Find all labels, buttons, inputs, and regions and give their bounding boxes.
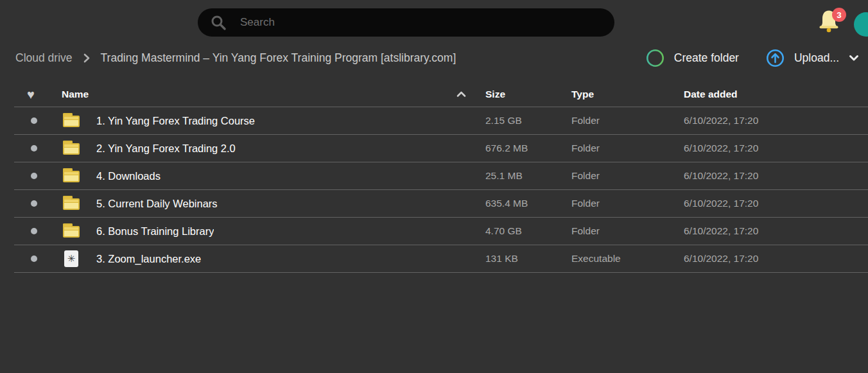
file-icon: ✳ xyxy=(63,112,80,129)
search-bar[interactable] xyxy=(198,8,614,37)
bullet-dot-icon xyxy=(31,200,37,207)
file-name[interactable]: 4. Downloads xyxy=(96,170,161,182)
file-type: Executable xyxy=(571,253,684,265)
create-folder-button[interactable]: Create folder xyxy=(646,49,739,67)
upload-circle-icon xyxy=(766,49,785,67)
file-name[interactable]: 1. Yin Yang Forex Trading Course xyxy=(96,115,255,127)
row-select-cell xyxy=(14,256,62,262)
file-icon: ✳ xyxy=(63,250,80,267)
bullet-dot-icon xyxy=(31,145,37,152)
row-select-cell xyxy=(14,145,62,152)
name-cell: ✳ 2. Yin Yang Forex Trading 2.0 xyxy=(62,140,485,157)
file-date: 6/10/2022, 17:20 xyxy=(684,198,868,209)
file-name[interactable]: 3. Zoom_launcher.exe xyxy=(96,253,201,265)
folder-icon xyxy=(63,116,80,127)
breadcrumb-bar: Cloud drive Trading Mastermind – Yin Yan… xyxy=(0,44,868,72)
upload-label: Upload... xyxy=(794,51,839,65)
table-row[interactable]: ✳ 3. Zoom_launcher.exe 131 KB Executable… xyxy=(14,245,868,273)
bullet-dot-icon xyxy=(31,117,37,124)
folder-icon xyxy=(63,171,80,182)
notification-badge: 3 xyxy=(832,8,846,22)
name-column-header[interactable]: Name xyxy=(62,89,485,100)
file-date: 6/10/2022, 17:20 xyxy=(684,253,868,265)
file-type: Folder xyxy=(571,170,684,182)
row-select-cell xyxy=(14,200,62,207)
search-icon xyxy=(210,14,227,31)
user-avatar[interactable] xyxy=(854,12,868,37)
file-type: Folder xyxy=(571,198,684,209)
table-row[interactable]: ✳ 5. Current Daily Webinars 635.4 MB Fol… xyxy=(14,190,868,218)
file-name[interactable]: 5. Current Daily Webinars xyxy=(96,198,218,210)
table-row[interactable]: ✳ 6. Bonus Training Library 4.70 GB Fold… xyxy=(14,218,868,245)
bullet-dot-icon xyxy=(31,173,37,179)
file-date: 6/10/2022, 17:20 xyxy=(684,170,868,182)
file-name[interactable]: 2. Yin Yang Forex Trading 2.0 xyxy=(96,143,236,155)
bullet-dot-icon xyxy=(31,228,37,234)
file-date: 6/10/2022, 17:20 xyxy=(684,115,868,126)
table-row[interactable]: ✳ 1. Yin Yang Forex Trading Course 2.15 … xyxy=(14,107,868,135)
name-cell: ✳ 4. Downloads xyxy=(62,168,485,184)
file-table-header: ♥ Name Size Type Date added xyxy=(14,82,868,107)
table-row[interactable]: ✳ 2. Yin Yang Forex Trading 2.0 676.2 MB… xyxy=(14,135,868,162)
name-cell: ✳ 6. Bonus Training Library xyxy=(62,223,485,239)
row-select-cell xyxy=(14,228,62,234)
file-icon: ✳ xyxy=(63,140,80,157)
file-icon: ✳ xyxy=(63,195,80,212)
plus-circle-icon xyxy=(646,49,664,67)
name-cell: ✳ 3. Zoom_launcher.exe xyxy=(62,250,485,267)
size-column-header[interactable]: Size xyxy=(485,89,571,100)
file-size: 676.2 MB xyxy=(485,143,571,154)
executable-icon: ✳ xyxy=(64,250,78,267)
name-cell: ✳ 1. Yin Yang Forex Trading Course xyxy=(62,112,485,129)
file-table-body: ✳ 1. Yin Yang Forex Trading Course 2.15 … xyxy=(14,107,868,273)
name-cell: ✳ 5. Current Daily Webinars xyxy=(62,195,485,212)
file-date: 6/10/2022, 17:20 xyxy=(684,225,868,237)
type-column-header[interactable]: Type xyxy=(571,89,684,100)
file-name[interactable]: 6. Bonus Training Library xyxy=(96,225,214,238)
folder-icon xyxy=(63,143,80,155)
file-icon: ✳ xyxy=(63,168,80,184)
folder-icon xyxy=(63,198,80,210)
table-row[interactable]: ✳ 4. Downloads 25.1 MB Folder 6/10/2022,… xyxy=(14,162,868,190)
upload-button[interactable]: Upload... xyxy=(766,49,839,67)
upload-menu-chevron-down-icon[interactable] xyxy=(849,55,859,62)
row-select-cell xyxy=(14,117,62,124)
file-type: Folder xyxy=(571,143,684,154)
top-bar: 3 xyxy=(0,0,868,44)
breadcrumb-root-link[interactable]: Cloud drive xyxy=(15,51,73,65)
sort-ascending-icon xyxy=(456,89,466,100)
search-input[interactable] xyxy=(240,16,602,29)
file-size: 131 KB xyxy=(485,253,571,265)
file-date: 6/10/2022, 17:20 xyxy=(684,143,868,154)
file-icon: ✳ xyxy=(63,223,80,239)
file-type: Folder xyxy=(571,225,684,237)
bullet-dot-icon xyxy=(31,256,37,262)
heart-icon: ♥ xyxy=(27,88,35,101)
name-header-label: Name xyxy=(62,89,89,100)
chevron-right-icon xyxy=(83,53,90,63)
breadcrumb-current: Trading Mastermind – Yin Yang Forex Trai… xyxy=(101,51,456,65)
toolbar-actions: Create folder Upload... xyxy=(646,44,859,72)
date-added-column-header[interactable]: Date added xyxy=(684,89,868,100)
file-table: ♥ Name Size Type Date added ✳ 1. Yin Yan… xyxy=(14,82,868,273)
file-size: 25.1 MB xyxy=(485,170,571,182)
file-size: 4.70 GB xyxy=(485,225,571,237)
file-size: 2.15 GB xyxy=(485,115,571,126)
file-size: 635.4 MB xyxy=(485,198,571,209)
create-folder-label: Create folder xyxy=(674,51,739,65)
file-type: Folder xyxy=(571,115,684,126)
folder-icon xyxy=(63,226,80,238)
favorites-column-header: ♥ xyxy=(14,88,62,101)
row-select-cell xyxy=(14,173,62,179)
notifications-button[interactable]: 3 xyxy=(817,8,842,37)
